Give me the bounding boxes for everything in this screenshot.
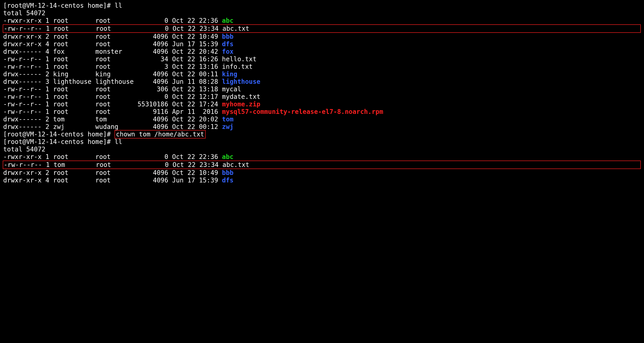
file-links: 1 <box>42 108 50 116</box>
command-chown: chown tom /home/abc.txt <box>114 130 206 138</box>
file-time: 22:36 <box>199 17 218 24</box>
file-size: 9116 <box>138 108 168 116</box>
file-time: 00:11 <box>199 70 218 78</box>
file-time: 13:18 <box>199 86 218 93</box>
prompt-line-3: [root@VM-12-14-centos home]# ll <box>3 138 641 146</box>
file-size: 4096 <box>138 70 168 78</box>
file-owner: root <box>53 100 95 108</box>
file-group: root <box>96 63 138 70</box>
file-date: Oct 22 <box>172 55 199 63</box>
file-date: Oct 22 <box>172 100 199 108</box>
file-group: king <box>96 70 138 78</box>
file-permissions: drwx------ <box>3 48 42 55</box>
prompt-line-2: [root@VM-12-14-centos home]# chown tom /… <box>3 130 641 138</box>
file-links: 3 <box>42 78 50 86</box>
file-name: mydate.txt <box>222 93 260 100</box>
file-links: 4 <box>42 176 50 184</box>
file-date: Oct 22 <box>172 116 199 123</box>
file-row: drwxr-xr-x2rootroot4096Oct 2210:49bbb <box>3 33 641 40</box>
file-time: 12:17 <box>199 93 218 100</box>
file-group: root <box>96 40 138 48</box>
file-owner: root <box>53 153 95 160</box>
file-links: 4 <box>42 40 50 48</box>
file-name: dfs <box>222 176 234 184</box>
file-owner: tom <box>53 116 95 123</box>
file-time: 17:24 <box>199 100 218 108</box>
file-size: 4096 <box>138 33 168 40</box>
file-owner: root <box>53 33 95 40</box>
file-group: root <box>96 108 138 116</box>
file-size: 3 <box>138 63 168 70</box>
file-row: drwx------2tomtom4096Oct 2220:02tom <box>3 116 641 123</box>
file-links: 2 <box>42 70 50 78</box>
file-row: drwx------2zwjwudang4096Oct 2200:12zwj <box>3 123 641 130</box>
file-links: 1 <box>42 25 50 32</box>
file-time: 00:12 <box>199 123 218 130</box>
file-owner: root <box>53 108 95 116</box>
file-permissions: -rw-r--r-- <box>3 93 42 100</box>
file-permissions: drwx------ <box>3 78 42 86</box>
command-ll: ll <box>114 2 122 9</box>
file-owner: root <box>53 17 95 24</box>
file-time: 13:16 <box>199 63 218 70</box>
file-group: root <box>96 153 138 160</box>
total-line-1: total 54072 <box>3 9 641 17</box>
file-date: Oct 22 <box>172 86 199 93</box>
file-date: Oct 22 <box>172 48 199 55</box>
file-owner: root <box>53 93 95 100</box>
file-links: 4 <box>42 48 50 55</box>
file-time: 10:49 <box>199 33 218 40</box>
file-time: 20:02 <box>199 116 218 123</box>
file-owner: root <box>53 55 95 63</box>
file-row: -rw-r--r--1rootroot55310186Oct 2217:24my… <box>3 100 641 108</box>
file-time: 15:39 <box>199 176 218 184</box>
file-row: -rw-r--r--1tomroot0Oct 2223:34abc.txt <box>3 160 641 169</box>
file-time: 2016 <box>199 108 218 116</box>
file-group: root <box>96 55 138 63</box>
file-time: 16:26 <box>199 55 218 63</box>
file-owner: tom <box>54 161 96 168</box>
file-date: Oct 22 <box>172 161 200 168</box>
file-size: 34 <box>138 55 168 63</box>
file-row: drwxr-xr-x4rootroot4096Jun 1715:39dfs <box>3 40 641 48</box>
file-size: 55310186 <box>138 100 168 108</box>
file-size: 0 <box>138 161 169 168</box>
file-size: 4096 <box>138 123 168 130</box>
file-size: 4096 <box>138 169 168 176</box>
file-name: dfs <box>222 40 234 48</box>
file-name: zwj <box>222 123 234 130</box>
prompt-line-1: [root@VM-12-14-centos home]# ll <box>3 2 641 9</box>
file-name: info.txt <box>222 63 253 70</box>
file-permissions: -rw-r--r-- <box>3 63 42 70</box>
file-size: 4096 <box>138 176 168 184</box>
file-size: 4096 <box>138 116 168 123</box>
file-permissions: -rwxr-xr-x <box>3 17 42 24</box>
file-name: abc <box>222 17 234 24</box>
file-name: bbb <box>222 33 234 40</box>
file-links: 2 <box>42 123 50 130</box>
file-group: root <box>96 25 138 32</box>
command-ll: ll <box>114 138 122 146</box>
file-date: Oct 22 <box>172 63 199 70</box>
file-owner: root <box>53 169 95 176</box>
terminal[interactable]: [root@VM-12-14-centos home]# ll total 54… <box>0 0 644 186</box>
file-time: 23:34 <box>200 161 218 168</box>
file-permissions: -rw-r--r-- <box>4 161 42 168</box>
file-date: Oct 22 <box>172 70 199 78</box>
file-size: 0 <box>138 17 168 24</box>
file-links: 2 <box>42 116 50 123</box>
file-date: Oct 22 <box>172 169 199 176</box>
file-row: -rw-r--r--1rootroot34Oct 2216:26hello.tx… <box>3 55 641 63</box>
file-date: Jun 17 <box>172 40 199 48</box>
file-group: root <box>96 176 138 184</box>
prompt: [root@VM-12-14-centos home]# <box>3 130 114 138</box>
file-name: abc.txt <box>222 161 249 168</box>
file-size: 306 <box>138 86 168 93</box>
file-row: -rwxr-xr-x1rootroot0Oct 2222:36abc <box>3 153 641 160</box>
file-owner: root <box>53 176 95 184</box>
file-name: abc.txt <box>222 25 249 32</box>
file-date: Oct 22 <box>172 33 199 40</box>
file-row: -rwxr-xr-x1rootroot0Oct 2222:36abc <box>3 17 641 24</box>
file-owner: root <box>53 86 95 93</box>
file-group: tom <box>96 116 138 123</box>
